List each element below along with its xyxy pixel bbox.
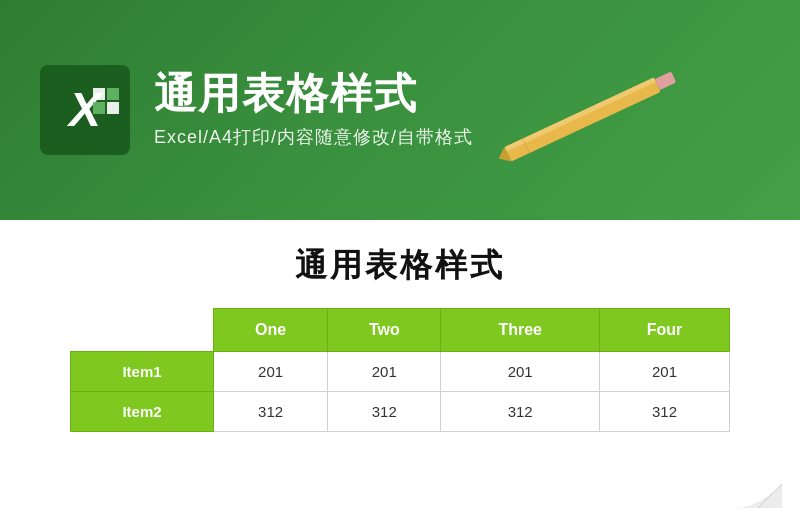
- table-header-three: Three: [441, 309, 600, 352]
- svg-rect-1: [504, 77, 656, 151]
- cell-item2-four: 312: [599, 392, 729, 432]
- table-wrapper: One Two Three Four Item1 201 201 201 201…: [70, 308, 730, 432]
- table-row: Item1 201 201 201 201: [71, 352, 730, 392]
- table-row: Item2 312 312 312 312: [71, 392, 730, 432]
- page-curl-icon: [734, 460, 782, 508]
- sheet-title: 通用表格样式: [295, 244, 505, 288]
- table-header-row: One Two Three Four: [71, 309, 730, 352]
- cell-item1-three: 201: [441, 352, 600, 392]
- grid-cell-1: [93, 88, 105, 100]
- grid-cell-2: [107, 88, 119, 100]
- pencil-decoration: [493, 61, 686, 171]
- cell-item2-three: 312: [441, 392, 600, 432]
- banner-subtitle: Excel/A4打印/内容随意修改/自带格式: [154, 125, 473, 149]
- cell-item2-one: 312: [213, 392, 327, 432]
- grid-cell-3: [93, 102, 105, 114]
- cell-item1-four: 201: [599, 352, 729, 392]
- cell-item2-two: 312: [328, 392, 441, 432]
- banner: X 通用表格样式 Excel/A4打印/内容随意修改/自带格式: [0, 0, 800, 220]
- grid-cell-4: [107, 102, 119, 114]
- data-table: One Two Three Four Item1 201 201 201 201…: [70, 308, 730, 432]
- table-header-two: Two: [328, 309, 441, 352]
- cell-item1-two: 201: [328, 352, 441, 392]
- banner-text-block: 通用表格样式 Excel/A4打印/内容随意修改/自带格式: [154, 71, 473, 149]
- table-header-one: One: [213, 309, 327, 352]
- excel-grid-icon: [93, 88, 119, 114]
- excel-logo: X: [40, 65, 130, 155]
- table-header-empty: [71, 309, 214, 352]
- row-label-item2: Item2: [71, 392, 214, 432]
- row-label-item1: Item1: [71, 352, 214, 392]
- table-header-four: Four: [599, 309, 729, 352]
- banner-title: 通用表格样式: [154, 71, 473, 117]
- sheet-area: 通用表格样式 One Two Three Four Item1 201 201 …: [0, 220, 800, 526]
- cell-item1-one: 201: [213, 352, 327, 392]
